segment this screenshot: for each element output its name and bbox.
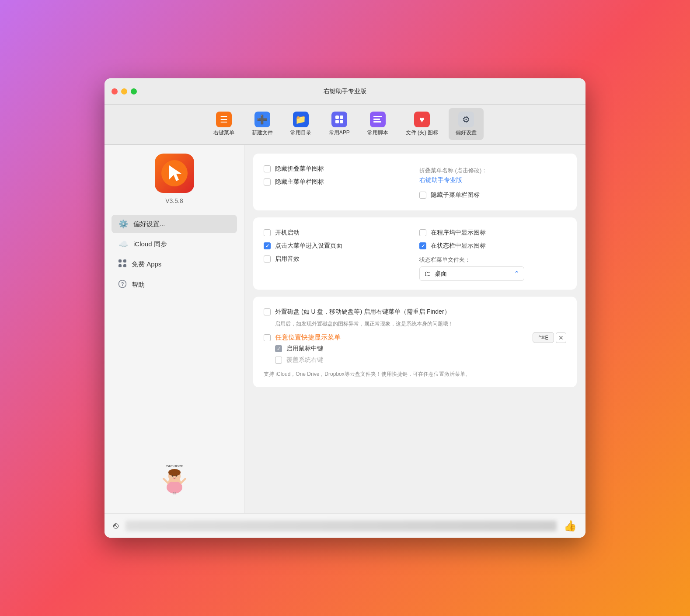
svg-rect-5: [373, 119, 380, 120]
card-general: 开机启动 点击大菜单进入设置页面 启用音效: [253, 217, 577, 290]
quick-show-label: 任意位置快捷显示菜单: [275, 333, 341, 342]
common-app-icon: [331, 112, 347, 127]
toolbar: ☰ 右键菜单 ➕ 新建文件 📁 常用目录 常用APP: [105, 105, 585, 145]
quick-show-checkbox[interactable]: [264, 334, 271, 341]
app-logo: [155, 154, 194, 193]
click-menu-to-settings-checkbox[interactable]: [264, 242, 271, 249]
svg-rect-9: [118, 259, 122, 262]
sidebar: V3.5.8 ⚙️ 偏好设置... ☁️ iCloud 同步: [105, 145, 244, 513]
svg-rect-12: [123, 264, 126, 267]
like-button[interactable]: 👍: [564, 520, 577, 532]
folder-name-label: 折叠菜单名称 (点击修改)：: [419, 167, 566, 175]
hide-fold-icon-label: 隐藏折叠菜单图标: [275, 165, 324, 173]
toolbar-item-common-app[interactable]: 常用APP: [322, 108, 357, 140]
right-click-menu-icon: ☰: [216, 112, 232, 127]
middle-click-checkbox[interactable]: [275, 345, 282, 352]
content-area: V3.5.8 ⚙️ 偏好设置... ☁️ iCloud 同步: [105, 145, 585, 513]
svg-line-23: [181, 479, 185, 483]
hide-sub-menu-bar-row: 隐藏子菜单栏图标: [419, 189, 566, 202]
hide-menu-bar-icon-checkbox[interactable]: [264, 178, 271, 186]
sidebar-label-help: 帮助: [132, 281, 145, 289]
status-bar-folder-select[interactable]: 🗂 桌面 ⌃: [419, 266, 524, 281]
auto-start-label: 开机启动: [275, 229, 300, 237]
auto-start-checkbox[interactable]: [264, 229, 271, 236]
preferences-icon: ⚙: [458, 112, 474, 127]
toolbar-item-file-icon[interactable]: ♥ 文件 (夹) 图标: [399, 108, 446, 140]
cloud-description: 支持 iCloud，One Drive，Dropbox等云盘文件夹！使用快捷键，…: [264, 370, 566, 378]
enable-sound-row: 启用音效: [264, 252, 411, 266]
svg-rect-2: [335, 120, 339, 123]
toolbar-label-preferences: 偏好设置: [456, 129, 477, 136]
show-in-status-bar-checkbox[interactable]: [419, 242, 426, 249]
override-right-click-checkbox[interactable]: [275, 357, 282, 364]
app-window: 右键助手专业版 ☰ 右键菜单 ➕ 新建文件 📁 常用目录 常用APP: [105, 78, 585, 538]
sidebar-item-help[interactable]: ? 帮助: [112, 276, 237, 294]
minimize-button[interactable]: [121, 88, 127, 94]
tap-here-image[interactable]: TAP HERE 32: [155, 458, 194, 497]
svg-text:32: 32: [172, 491, 176, 495]
override-right-click-label: 覆盖系统右键: [286, 356, 323, 364]
main-panel: 隐藏折叠菜单图标 隐藏主菜单栏图标 折叠菜单名称 (点击修改)： 右键助手专业版: [244, 145, 585, 513]
svg-point-20: [175, 476, 177, 477]
show-in-dock-label: 在程序坞中显示图标: [431, 229, 486, 237]
sidebar-nav: ⚙️ 偏好设置... ☁️ iCloud 同步: [105, 215, 244, 294]
hide-sub-menu-bar-checkbox[interactable]: [419, 192, 426, 199]
svg-line-22: [164, 479, 168, 483]
middle-click-label: 启用鼠标中键: [286, 345, 323, 353]
svg-text:?: ?: [121, 281, 124, 287]
hide-menu-bar-icon-row: 隐藏主菜单栏图标: [264, 175, 411, 189]
hotkey-display: ⌃⌘E ✕: [533, 332, 566, 343]
auto-start-row: 开机启动: [264, 226, 411, 239]
bottom-bar: ⎋ 👍: [105, 513, 585, 538]
override-right-click-row: 覆盖系统右键: [264, 354, 566, 366]
toolbar-label-new-file: 新建文件: [252, 129, 273, 136]
hide-fold-icon-checkbox[interactable]: [264, 165, 271, 172]
hotkey-clear-button[interactable]: ✕: [556, 332, 566, 343]
cloud-icon: ☁️: [118, 239, 128, 249]
svg-rect-0: [335, 116, 339, 119]
sidebar-label-icloud: iCloud 同步: [133, 240, 167, 248]
svg-rect-6: [373, 121, 381, 122]
card-external: 外置磁盘 (如 U 盘，移动硬盘等) 启用右键菜单（需重启 Finder） 启用…: [253, 297, 577, 387]
gear-icon: ⚙️: [118, 219, 128, 229]
folder-name-section: 折叠菜单名称 (点击修改)： 右键助手专业版: [419, 162, 566, 189]
quick-show-row: 任意位置快捷显示菜单 ⌃⌘E ✕: [264, 332, 566, 343]
enable-sound-label: 启用音效: [275, 255, 300, 263]
hide-fold-icon-row: 隐藏折叠菜单图标: [264, 162, 411, 175]
middle-click-row: 启用鼠标中键: [264, 343, 566, 354]
external-disk-label: 外置磁盘 (如 U 盘，移动硬盘等) 启用右键菜单（需重启 Finder）: [275, 308, 450, 316]
common-dir-icon: 📁: [293, 112, 309, 127]
show-in-dock-checkbox[interactable]: [419, 229, 426, 236]
help-icon: ?: [118, 280, 126, 290]
file-icon-icon: ♥: [414, 112, 430, 127]
maximize-button[interactable]: [131, 88, 137, 94]
toolbar-item-new-file[interactable]: ➕ 新建文件: [245, 108, 280, 140]
hotkey-badge[interactable]: ⌃⌘E: [533, 332, 554, 343]
toolbar-item-right-click-menu[interactable]: ☰ 右键菜单: [206, 108, 241, 140]
apps-icon: [118, 259, 126, 270]
toolbar-item-common-dir[interactable]: 📁 常用目录: [283, 108, 318, 140]
external-disk-checkbox[interactable]: [264, 308, 271, 315]
toolbar-label-common-app: 常用APP: [329, 129, 350, 136]
svg-point-18: [168, 469, 181, 476]
sidebar-item-preferences[interactable]: ⚙️ 偏好设置...: [112, 215, 237, 233]
svg-rect-4: [373, 116, 382, 117]
folder-name-value[interactable]: 右键助手专业版: [419, 176, 566, 184]
export-icon[interactable]: ⎋: [113, 521, 118, 531]
svg-rect-11: [118, 264, 122, 267]
app-version: V3.5.8: [165, 197, 183, 204]
close-button[interactable]: [112, 88, 118, 94]
sidebar-item-free-apps[interactable]: 免费 Apps: [112, 255, 237, 274]
toolbar-item-common-script[interactable]: 常用脚本: [360, 108, 395, 140]
click-menu-to-settings-row: 点击大菜单进入设置页面: [264, 239, 411, 252]
hide-menu-bar-icon-label: 隐藏主菜单栏图标: [275, 178, 324, 186]
common-script-icon: [370, 112, 386, 127]
enable-sound-checkbox[interactable]: [264, 256, 271, 262]
hide-sub-menu-bar-label: 隐藏子菜单栏图标: [431, 191, 480, 199]
status-bar-folder-section: 状态栏菜单文件夹： 🗂 桌面 ⌃: [419, 256, 566, 281]
show-in-status-bar-label: 在状态栏中显示图标: [431, 242, 486, 250]
sidebar-item-icloud[interactable]: ☁️ iCloud 同步: [112, 235, 237, 253]
toolbar-item-preferences[interactable]: ⚙ 偏好设置: [449, 108, 484, 140]
svg-rect-3: [340, 120, 343, 123]
titlebar: 右键助手专业版: [105, 78, 585, 105]
